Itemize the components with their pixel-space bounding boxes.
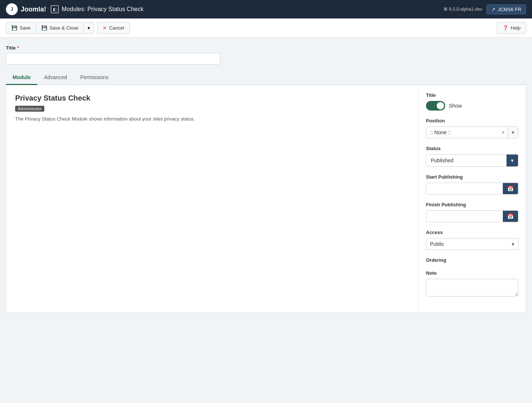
start-publishing-input[interactable] (426, 183, 503, 194)
status-label: Status (426, 146, 518, 151)
external-icon: ↗ (491, 7, 495, 12)
save-icon2: 💾 (41, 25, 47, 31)
joomla-logo: J Joomla! (6, 3, 46, 15)
toolbar: 💾 Save 💾 Save & Close ▾ ✕ Cancel ❓ Help (0, 18, 532, 38)
navbar: J Joomla! ◧ Modules: Privacy Status Chec… (0, 0, 532, 18)
status-arrow-button[interactable]: ▾ (507, 155, 518, 166)
save-close-button[interactable]: 💾 Save & Close (36, 22, 84, 34)
save-group: 💾 Save 💾 Save & Close ▾ (6, 22, 94, 34)
title-field-group: Title * (6, 45, 220, 65)
access-label: Access (426, 230, 518, 235)
tabs: Module Advanced Permissions (6, 71, 526, 85)
tab-advanced[interactable]: Advanced (37, 71, 74, 85)
toolbar-right: ❓ Help (497, 22, 526, 34)
title-toggle-section: Title Show (426, 92, 518, 111)
access-section: Access Public ▾ (426, 230, 518, 250)
version-badge: ⌘ 6.0.0-alpha1-dev (443, 7, 482, 12)
left-pane: Privacy Status Check Administrator The P… (6, 85, 419, 312)
status-value: Published (426, 155, 507, 166)
cancel-button[interactable]: ✕ Cancel (97, 22, 129, 34)
content-area: Title * Module Advanced Permissions Priv… (0, 38, 532, 320)
access-dropdown[interactable]: Public ▾ (426, 238, 518, 250)
finish-publishing-field: 📅 (426, 210, 518, 222)
finish-calendar-button[interactable]: 📅 (503, 211, 518, 222)
ordering-label: Ordering (426, 257, 518, 263)
position-select[interactable]: :: None :: × ▾ (426, 126, 518, 138)
toolbar-actions: 💾 Save 💾 Save & Close ▾ ✕ Cancel (6, 22, 130, 34)
module-icon: ◧ (51, 5, 59, 13)
calendar-icon: 📅 (507, 186, 514, 192)
save-icon: 💾 (11, 25, 17, 31)
right-pane: Title Show Position :: None :: × ▾ (419, 85, 526, 312)
toggle-slider (426, 101, 445, 111)
help-button[interactable]: ❓ Help (497, 22, 526, 34)
required-marker: * (17, 45, 19, 51)
note-label: Note (426, 270, 518, 276)
navbar-right: ⌘ 6.0.0-alpha1-dev ↗ JCMS6 FR (443, 4, 526, 14)
toggle-show-label: Show (449, 103, 462, 109)
save-dropdown-button[interactable]: ▾ (84, 22, 94, 34)
tab-module[interactable]: Module (6, 71, 37, 85)
access-value: Public (430, 241, 512, 247)
start-calendar-button[interactable]: 📅 (503, 183, 518, 194)
finish-publishing-label: Finish Publishing (426, 202, 518, 207)
start-publishing-section: Start Publishing 📅 (426, 174, 518, 194)
title-input[interactable] (6, 53, 220, 65)
main-panel: Privacy Status Check Administrator The P… (6, 85, 526, 313)
title-toggle-row: Show (426, 101, 518, 111)
start-publishing-label: Start Publishing (426, 174, 518, 180)
position-clear-button[interactable]: × (499, 127, 508, 138)
module-title: Privacy Status Check (15, 94, 409, 102)
finish-publishing-section: Finish Publishing 📅 (426, 202, 518, 222)
module-description: The Privacy Status Check Module shows in… (15, 115, 409, 123)
admin-badge: Administrator (15, 106, 44, 112)
jcms-button[interactable]: ↗ JCMS6 FR (487, 4, 526, 14)
title-label: Title * (6, 45, 220, 51)
start-publishing-field: 📅 (426, 183, 518, 194)
navbar-title: ◧ Modules: Privacy Status Check (51, 5, 143, 13)
position-chevron-icon[interactable]: ▾ (508, 127, 518, 138)
help-icon: ❓ (502, 25, 508, 31)
title-toggle[interactable] (426, 101, 445, 111)
cancel-icon: ✕ (103, 25, 107, 31)
finish-publishing-input[interactable] (426, 211, 503, 222)
ordering-section: Ordering (426, 257, 518, 263)
status-arrow-icon: ▾ (511, 158, 514, 163)
tab-permissions[interactable]: Permissions (74, 71, 115, 85)
status-dropdown[interactable]: Published ▾ (426, 154, 518, 167)
position-section: Position :: None :: × ▾ (426, 118, 518, 138)
logo-text: Joomla! (21, 6, 46, 13)
navbar-left: J Joomla! ◧ Modules: Privacy Status Chec… (6, 3, 143, 15)
note-section: Note (426, 270, 518, 298)
note-input[interactable] (426, 279, 518, 297)
save-button[interactable]: 💾 Save (6, 22, 36, 34)
position-label: Position (426, 118, 518, 123)
title-section-label: Title (426, 92, 518, 98)
status-section: Status Published ▾ (426, 146, 518, 167)
calendar-icon2: 📅 (507, 213, 514, 219)
position-value: :: None :: (426, 127, 499, 138)
dropdown-arrow-icon: ▾ (88, 25, 90, 31)
joomla-icon: J (6, 3, 18, 15)
access-chevron-icon: ▾ (512, 241, 514, 247)
